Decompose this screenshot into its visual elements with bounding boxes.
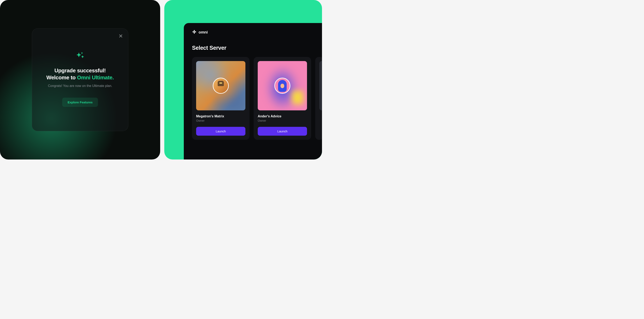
close-button[interactable] bbox=[118, 33, 124, 39]
server-avatar bbox=[274, 78, 290, 94]
modal-subtitle: Congrats! You are now on the Ultimate pl… bbox=[48, 84, 112, 88]
app-header: omni bbox=[192, 30, 322, 35]
server-card[interactable]: Megatron's Matrix Owner Launch bbox=[192, 57, 250, 140]
sparkle-icon bbox=[75, 51, 85, 62]
server-card[interactable]: Ander's Advice Owner Launch bbox=[254, 57, 311, 140]
launch-button[interactable]: Launch bbox=[196, 127, 246, 136]
app-window: omni Select Server Megatron's Matrix Own… bbox=[184, 23, 322, 160]
server-card[interactable] bbox=[315, 57, 322, 140]
server-grid: Megatron's Matrix Owner Launch Ander's A… bbox=[192, 57, 322, 140]
brand-name: omni bbox=[198, 30, 208, 35]
upgrade-success-panel: Upgrade successful! Welcome to Omni Ulti… bbox=[0, 0, 160, 160]
server-thumbnail bbox=[319, 61, 322, 110]
modal-title-line2-prefix: Welcome to bbox=[46, 74, 77, 81]
modal-title-line1: Upgrade successful! bbox=[54, 67, 106, 74]
modal-title-highlight: Omni Ultimate. bbox=[77, 74, 114, 81]
close-icon bbox=[119, 34, 122, 38]
server-select-panel: omni Select Server Megatron's Matrix Own… bbox=[164, 0, 322, 160]
server-name: Ander's Advice bbox=[258, 115, 307, 118]
launch-button[interactable]: Launch bbox=[258, 127, 307, 136]
server-role: Owner bbox=[196, 119, 246, 122]
server-name: Megatron's Matrix bbox=[196, 115, 246, 118]
explore-features-button[interactable]: Explore Features bbox=[62, 98, 98, 107]
server-avatar bbox=[213, 78, 229, 94]
section-title: Select Server bbox=[192, 45, 322, 51]
upgrade-modal: Upgrade successful! Welcome to Omni Ulti… bbox=[32, 28, 128, 131]
omni-logo-icon bbox=[192, 30, 196, 35]
server-thumbnail bbox=[258, 61, 307, 110]
modal-title: Upgrade successful! Welcome to Omni Ulti… bbox=[46, 67, 114, 81]
server-thumbnail bbox=[196, 61, 246, 110]
server-role: Owner bbox=[258, 119, 307, 122]
